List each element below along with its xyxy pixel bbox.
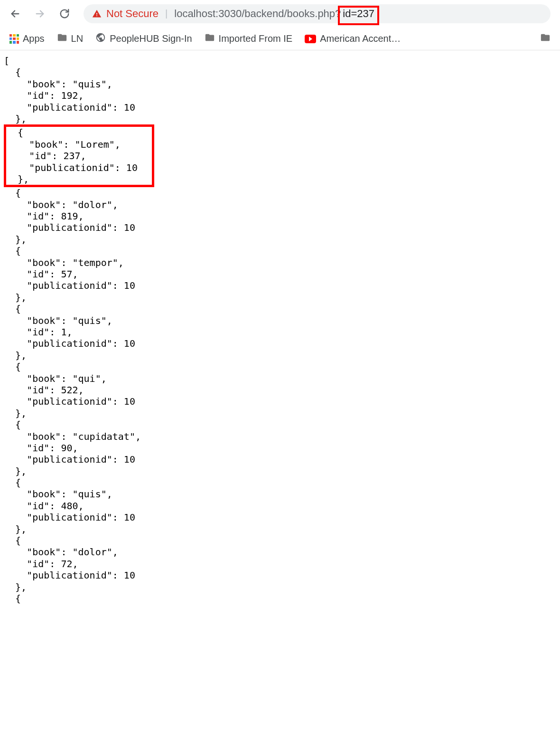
bookmark-item-imported[interactable]: Imported From IE (205, 32, 293, 45)
apps-button[interactable]: Apps (9, 33, 45, 44)
bookmark-item-peoplehub[interactable]: PeopleHUB Sign-In (95, 32, 192, 45)
address-separator: | (165, 8, 168, 19)
folder-icon (57, 32, 67, 45)
forward-button[interactable] (34, 8, 46, 19)
bookmark-overflow-folder[interactable] (540, 32, 551, 45)
bookmark-item-ln[interactable]: LN (57, 32, 84, 45)
bookmark-label: Imported From IE (219, 33, 293, 44)
reload-button[interactable] (59, 8, 70, 19)
url-host: localhost (174, 8, 215, 19)
back-button[interactable] (9, 8, 21, 19)
bookmark-label: PeopleHUB Sign-In (110, 33, 192, 44)
youtube-icon (305, 35, 316, 43)
bookmark-label: American Accent… (320, 33, 401, 44)
address-url: localhost:3030/backend/books.php?id=237 (174, 8, 379, 20)
apps-label: Apps (23, 33, 45, 44)
warning-icon (92, 9, 102, 19)
folder-icon (540, 32, 551, 45)
address-bar[interactable]: Not Secure | localhost:3030/backend/book… (84, 4, 551, 23)
security-warning: Not Secure (92, 8, 159, 20)
json-output: [ { "book": "quis", "id": 192, "publicat… (0, 50, 560, 609)
url-query-highlight: id=237 (338, 6, 379, 25)
folder-icon (205, 32, 215, 45)
globe-icon (95, 32, 106, 45)
highlighted-json-entry: { "book": "Lorem", "id": 237, "publicati… (4, 124, 154, 187)
url-path: :3030/backend/books.php? (215, 8, 341, 19)
bookmark-item-american-accent[interactable]: American Accent… (305, 33, 401, 44)
url-query: id=237 (343, 8, 374, 19)
browser-toolbar: Not Secure | localhost:3030/backend/book… (0, 0, 560, 28)
not-secure-label: Not Secure (106, 8, 159, 20)
apps-icon (9, 34, 19, 44)
bookmark-label: LN (71, 33, 84, 44)
bookmarks-bar: Apps LN PeopleHUB Sign-In Imported From … (0, 28, 560, 50)
